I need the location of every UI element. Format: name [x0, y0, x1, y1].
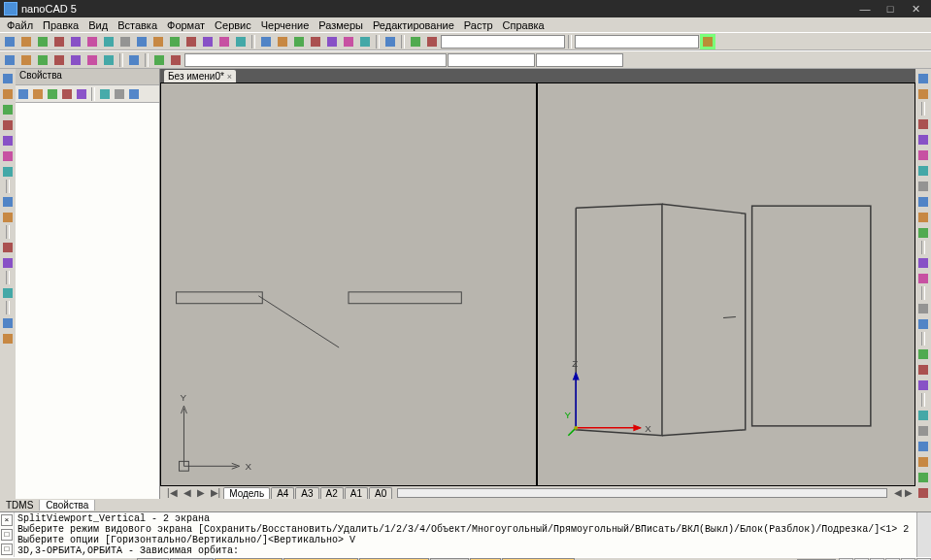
- zoom-in-icon[interactable]: [916, 408, 931, 422]
- layout-tab-A0[interactable]: A0: [369, 487, 392, 499]
- layer-dropdown-2[interactable]: [536, 53, 623, 67]
- pick-icon[interactable]: [46, 87, 59, 101]
- cut-icon[interactable]: [117, 34, 133, 49]
- open-icon[interactable]: [35, 34, 50, 49]
- go-icon[interactable]: [700, 34, 715, 49]
- zoom-out-icon[interactable]: [916, 423, 931, 438]
- pan-icon[interactable]: [98, 87, 112, 101]
- 3d-orbit-icon[interactable]: [308, 34, 323, 49]
- zoom-icon[interactable]: [113, 87, 126, 101]
- print-icon[interactable]: [68, 34, 83, 49]
- plot-icon[interactable]: [101, 52, 116, 68]
- pan-icon[interactable]: [258, 34, 274, 49]
- menu-формат[interactable]: Формат: [162, 19, 210, 31]
- menu-вставка[interactable]: Вставка: [113, 19, 162, 31]
- stretch-icon[interactable]: [916, 194, 931, 209]
- freeze-icon[interactable]: [18, 52, 34, 68]
- one-icon[interactable]: [31, 87, 45, 101]
- menu-растр[interactable]: Растр: [459, 19, 498, 31]
- panel-tab-свойства[interactable]: Свойства: [40, 500, 95, 511]
- command-line-text[interactable]: SplitViewport_Vertical - 2 экранаВыберит…: [15, 512, 916, 557]
- mirror-icon[interactable]: [916, 163, 931, 178]
- lineweight-icon[interactable]: [84, 52, 100, 68]
- line-icon[interactable]: [1, 71, 16, 85]
- eraser-icon[interactable]: [233, 34, 249, 49]
- dim2-icon[interactable]: [168, 52, 183, 68]
- panel-tab-tdms[interactable]: TDMS: [0, 500, 40, 511]
- save-icon[interactable]: [51, 34, 67, 49]
- layout-tab-A1[interactable]: A1: [345, 487, 368, 499]
- divide-icon[interactable]: [1, 255, 16, 270]
- layout-tab-A2[interactable]: A2: [320, 487, 344, 499]
- dim1-icon[interactable]: [151, 52, 167, 68]
- arc-icon[interactable]: [1, 117, 16, 132]
- match-icon[interactable]: [126, 52, 142, 68]
- copy2-icon[interactable]: [183, 34, 199, 49]
- viewport-right[interactable]: X Y Z: [537, 82, 915, 486]
- distance-icon[interactable]: [916, 71, 931, 85]
- globe-icon[interactable]: [324, 34, 340, 49]
- extend-icon[interactable]: [916, 225, 931, 240]
- menu-справка[interactable]: Справка: [498, 19, 549, 31]
- ruler-icon[interactable]: [382, 34, 398, 49]
- layer-icon[interactable]: [2, 52, 17, 68]
- break-icon[interactable]: [916, 378, 931, 392]
- layout-tab-A4[interactable]: A4: [271, 487, 294, 499]
- polyline-icon[interactable]: [1, 86, 16, 101]
- menu-размеры[interactable]: Размеры: [314, 19, 368, 31]
- brush-icon[interactable]: [216, 34, 232, 49]
- cube-icon[interactable]: [60, 87, 74, 101]
- area-icon[interactable]: [916, 86, 931, 101]
- rotate-icon[interactable]: [341, 34, 356, 49]
- zoom-extents-icon[interactable]: [275, 34, 290, 49]
- refresh-icon[interactable]: [357, 34, 373, 49]
- linetype-icon[interactable]: [68, 52, 83, 68]
- maximize-button[interactable]: □: [879, 2, 902, 16]
- undo-icon[interactable]: [134, 34, 150, 49]
- zoom-window-icon[interactable]: [291, 34, 307, 49]
- layout-nav-arrow[interactable]: ▶|: [208, 487, 224, 498]
- disk-icon[interactable]: [18, 34, 34, 49]
- mtext-icon[interactable]: [1, 331, 16, 346]
- viewport-left[interactable]: X Y: [160, 82, 537, 486]
- triangle-icon[interactable]: [424, 34, 440, 49]
- layout-tab-A3[interactable]: A3: [295, 487, 318, 499]
- paste2-icon[interactable]: [200, 34, 216, 49]
- chamfer-icon[interactable]: [916, 271, 931, 285]
- paste-icon[interactable]: [101, 34, 116, 49]
- help-icon[interactable]: [408, 34, 423, 49]
- color-icon[interactable]: [51, 52, 67, 68]
- ellipse-icon[interactable]: [1, 148, 16, 163]
- layout-scroll-carets[interactable]: ◀ ▶: [891, 487, 915, 498]
- erase-icon[interactable]: [916, 362, 931, 377]
- command-line[interactable]: ×□□ SplitViewport_Vertical - 2 экранаВыб…: [0, 511, 931, 557]
- redo-icon[interactable]: [150, 34, 166, 49]
- array-icon[interactable]: [916, 316, 931, 331]
- copy-icon[interactable]: [916, 132, 931, 147]
- menu-черчение[interactable]: Черчение: [256, 19, 315, 31]
- circle-icon[interactable]: [1, 102, 16, 116]
- pan-rt-icon[interactable]: [916, 454, 931, 469]
- document-tab[interactable]: Без имени0* ×: [164, 70, 236, 82]
- command-line-scrollbar[interactable]: [916, 512, 931, 557]
- nav-icon[interactable]: [127, 87, 141, 101]
- point-icon[interactable]: [1, 240, 16, 254]
- scissors-icon[interactable]: [167, 34, 183, 49]
- regen-icon[interactable]: [916, 485, 931, 500]
- globe-icon[interactable]: [75, 87, 88, 101]
- offset-icon[interactable]: [916, 301, 931, 315]
- menu-вид[interactable]: Вид: [83, 19, 113, 31]
- menu-правка[interactable]: Правка: [38, 19, 83, 31]
- copy-icon[interactable]: [84, 34, 100, 49]
- lock-icon[interactable]: [35, 52, 50, 68]
- named-view-dropdown[interactable]: [575, 35, 699, 49]
- new-file-icon[interactable]: [2, 34, 17, 49]
- minimize-button[interactable]: —: [853, 2, 877, 16]
- layout-tab-Модель[interactable]: Модель: [223, 487, 270, 499]
- layer-dropdown-0[interactable]: [184, 53, 447, 67]
- rotate-icon[interactable]: [916, 148, 931, 162]
- fillet-icon[interactable]: [916, 255, 931, 270]
- plus-icon[interactable]: [17, 87, 30, 101]
- command-panel-button[interactable]: ×: [1, 514, 13, 526]
- command-panel-button[interactable]: □: [1, 544, 13, 555]
